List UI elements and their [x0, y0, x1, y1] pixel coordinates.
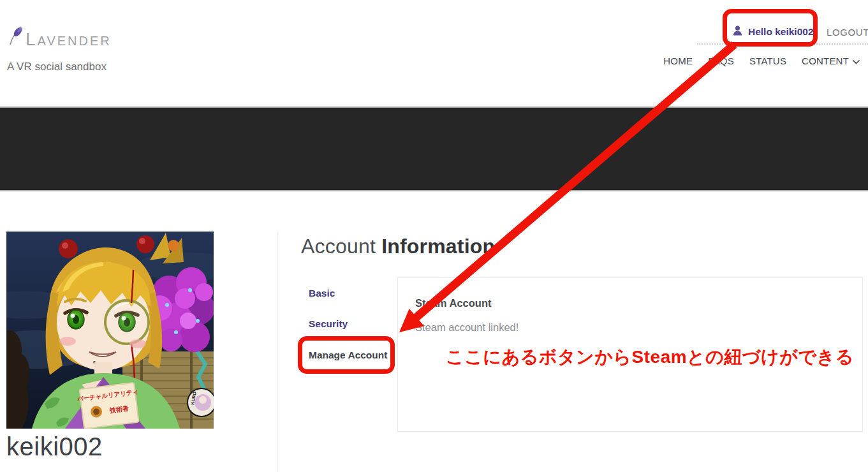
steam-account-status: Steam account linked! [415, 321, 519, 334]
nav-item-content[interactable]: CONTENT [802, 55, 860, 66]
main-nav: HOME FAQS STATUS CONTENT [663, 55, 860, 66]
user-bar-divider [697, 43, 868, 45]
hero-banner [0, 107, 868, 191]
user-greeting-label: Hello keiki002 [748, 26, 814, 38]
chevron-down-icon [853, 55, 860, 66]
nav-item-faqs[interactable]: FAQS [708, 55, 734, 66]
profile-username: keiki002 [6, 432, 103, 461]
nav-item-home[interactable]: HOME [663, 55, 693, 66]
logout-button[interactable]: LOGOUT [827, 27, 868, 38]
tab-security[interactable]: Security [309, 318, 348, 330]
steam-account-heading: Steam Account [415, 297, 492, 309]
page-title: Account Information [301, 235, 495, 258]
lavender-account-page: Lavender A VR social sandbox Hello keiki… [0, 0, 868, 472]
content-divider [277, 231, 277, 472]
tab-basic[interactable]: Basic [309, 288, 335, 299]
logo-text: Lavender [26, 31, 112, 48]
person-icon [733, 26, 742, 38]
lavender-sprig-icon [7, 27, 24, 48]
nav-item-content-label: CONTENT [802, 55, 849, 66]
steam-account-panel: Steam Account Steam account linked! [397, 277, 863, 432]
profile-avatar-image: バーチャルリアリティ 技術者 KURO [6, 232, 214, 429]
site-tagline: A VR social sandbox [7, 61, 107, 73]
page-title-bold: Information [381, 235, 495, 258]
tab-manage-account[interactable]: Manage Account [309, 350, 387, 361]
user-menu[interactable]: Hello keiki002 [733, 26, 814, 38]
site-logo[interactable]: Lavender [7, 27, 112, 48]
nav-item-status[interactable]: STATUS [749, 55, 786, 66]
page-title-light: Account [301, 235, 376, 258]
